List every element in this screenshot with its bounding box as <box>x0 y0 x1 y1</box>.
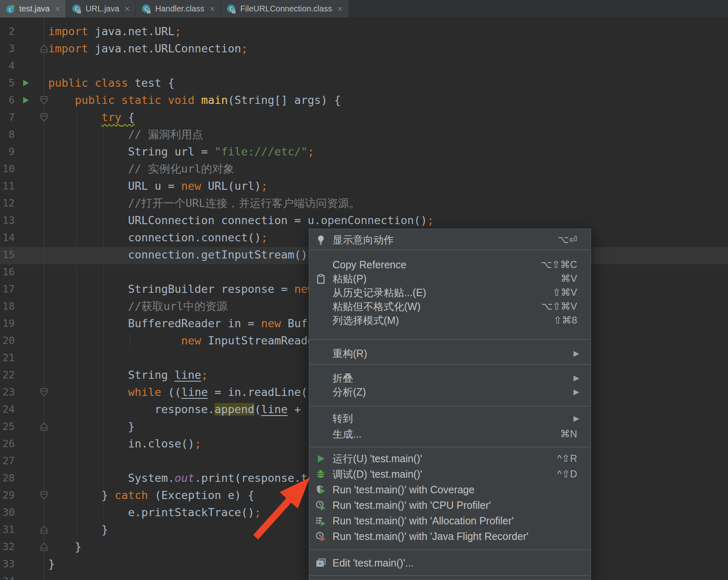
lightbulb-icon <box>314 233 327 246</box>
line-number: 21 <box>0 349 15 366</box>
code-text: // 漏洞利用点 <box>48 126 203 143</box>
menu-separator <box>310 549 590 550</box>
menu-item-run-alloc[interactable]: Run 'test.main()' with 'Allocation Profi… <box>309 513 591 528</box>
menu-item-run-jfr[interactable]: Run 'test.main()' with 'Java Flight Reco… <box>309 528 591 544</box>
menu-item-paste-history[interactable]: 从历史记录粘贴...(E)⇧⌘V <box>309 286 591 299</box>
line-number: 33 <box>0 555 15 573</box>
code-line-6[interactable]: 6 public static void main(String[] args)… <box>0 92 728 109</box>
tab-label: FileURLConnection.class <box>240 4 332 13</box>
menu-item-run-cpu[interactable]: Run 'test.main()' with 'CPU Profiler' <box>309 497 591 513</box>
code-text: BufferedReader in = new Buff <box>48 315 314 332</box>
fold-down-icon[interactable] <box>40 112 48 122</box>
code-text: try { <box>48 109 135 126</box>
allocation-profiler-icon <box>314 514 327 527</box>
tab-url-java[interactable]: CURL.java× <box>66 0 136 18</box>
code-line-4[interactable]: 4 <box>0 57 728 74</box>
submenu-arrow-icon: ▶ <box>573 387 579 396</box>
fold-down-icon[interactable] <box>40 490 48 500</box>
line-number: 5 <box>0 74 15 92</box>
menu-item-column-mode[interactable]: 列选择模式(M)⇧⌘8 <box>309 313 591 327</box>
fold-up-icon[interactable] <box>40 44 48 54</box>
code-line-9[interactable]: 9 String url = "file:///etc/"; <box>0 143 728 160</box>
tab-close-icon[interactable]: × <box>55 4 60 13</box>
line-number: 34 <box>0 573 15 580</box>
menu-item-label: 粘贴但不格式化(W) <box>333 300 420 313</box>
submenu-arrow-icon: ▶ <box>573 349 579 358</box>
line-number: 7 <box>0 109 15 126</box>
code-text: //打开一个URL连接，并运行客户端访问资源。 <box>48 195 360 212</box>
submenu-arrow-icon: ▶ <box>573 373 579 382</box>
tab-close-icon[interactable]: × <box>125 4 130 13</box>
coverage-icon <box>314 483 327 496</box>
code-line-8[interactable]: 8 // 漏洞利用点 <box>0 126 728 143</box>
code-text: new InputStreamReade <box>48 332 314 349</box>
tab-handler-class[interactable]: CHandler.class× <box>136 0 221 18</box>
code-line-5[interactable]: 5public class test { <box>0 74 728 92</box>
line-number: 14 <box>0 229 15 246</box>
fold-up-icon[interactable] <box>40 422 48 432</box>
line-number: 6 <box>0 92 15 109</box>
code-text: e.printStackTrace(); <box>48 504 261 521</box>
svg-text:C: C <box>9 7 12 13</box>
menu-separator <box>310 406 590 407</box>
code-text: String url = "file:///etc/"; <box>48 143 314 160</box>
code-text: while ((line = in.readLine() <box>48 384 314 401</box>
code-line-3[interactable]: 3import java.net.URLConnection; <box>0 40 728 57</box>
menu-item-label: 重构(R) <box>333 347 367 360</box>
code-line-13[interactable]: 13 URLConnection connection = u.openConn… <box>0 212 728 229</box>
fold-up-icon[interactable] <box>40 525 48 535</box>
menu-item-generate[interactable]: 生成...⌘N <box>309 427 591 441</box>
code-line-11[interactable]: 11 URL u = new URL(url); <box>0 178 728 195</box>
fold-down-icon[interactable] <box>40 95 48 105</box>
code-text: } <box>48 538 81 555</box>
flight-recorder-icon <box>314 530 327 543</box>
menu-item-copy-reference[interactable]: Copy Reference⌥⇧⌘C <box>309 258 591 272</box>
fold-down-icon[interactable] <box>40 387 48 397</box>
menu-item-goto[interactable]: 转到▶ <box>309 411 591 425</box>
menu-item-paste-simple[interactable]: 粘贴但不格式化(W)⌥⇧⌘V <box>309 299 591 313</box>
bug-icon <box>314 468 327 481</box>
menu-item-intention[interactable]: 显示意向动作⌥⏎ <box>309 230 591 250</box>
clipboard-icon <box>314 272 327 285</box>
menu-item-debug[interactable]: 调试(D) 'test.main()'^⇧D <box>309 466 591 482</box>
menu-item-label: 从历史记录粘贴...(E) <box>333 286 426 299</box>
line-number: 4 <box>0 57 15 74</box>
menu-item-run-coverage[interactable]: Run 'test.main()' with Coverage <box>309 482 591 497</box>
code-text: response.append(line + " <box>48 401 314 418</box>
tab-close-icon[interactable]: × <box>210 4 215 13</box>
menu-item-paste[interactable]: 粘贴(P)⌘V <box>309 272 591 286</box>
run-gutter-icon[interactable] <box>21 96 30 105</box>
editor-tab-bar: Ctest.java×CURL.java×CHandler.class×CFil… <box>0 0 728 18</box>
fold-up-icon[interactable] <box>40 542 48 552</box>
code-line-2[interactable]: 2import java.net.URL; <box>0 23 728 40</box>
run-gutter-icon[interactable] <box>21 79 30 88</box>
tab-label: URL.java <box>85 4 119 13</box>
menu-item-shortcut: ⌥⇧⌘V <box>541 301 577 312</box>
code-line-12[interactable]: 12 //打开一个URL连接，并运行客户端访问资源。 <box>0 195 728 212</box>
menu-item-label: Run 'test.main()' with 'Java Flight Reco… <box>333 531 528 542</box>
line-number: 28 <box>0 470 15 487</box>
menu-item-fold[interactable]: 折叠▶ <box>309 371 591 385</box>
cpu-profiler-icon <box>314 499 327 512</box>
menu-item-shortcut: ⇧⌘V <box>553 287 577 298</box>
tab-close-icon[interactable]: × <box>337 4 343 13</box>
code-line-7[interactable]: 7 try { <box>0 109 728 126</box>
menu-item-refactor[interactable]: 重构(R)▶ <box>309 346 591 360</box>
line-number: 15 <box>0 246 15 263</box>
tab-fileurlconnection-class[interactable]: CFileURLConnection.class× <box>221 0 348 18</box>
code-text: } <box>48 418 135 435</box>
menu-item-edit-config[interactable]: Edit 'test.main()'... <box>309 556 591 570</box>
tab-test-java[interactable]: Ctest.java× <box>0 0 66 18</box>
code-text: } catch (Exception e) { <box>48 487 254 504</box>
menu-item-label: 折叠 <box>333 371 353 385</box>
menu-item-run[interactable]: 运行(U) 'test.main()'^⇧R <box>309 451 591 466</box>
code-line-10[interactable]: 10 // 实例化url的对象 <box>0 160 728 178</box>
class-run-icon: C <box>6 4 16 14</box>
menu-item-shortcut: ^⇧D <box>557 468 577 480</box>
play-icon <box>314 452 327 465</box>
code-text: public class test { <box>48 74 175 92</box>
code-text: } <box>48 521 108 538</box>
class-lock-icon: C <box>227 4 236 14</box>
menu-item-analyze[interactable]: 分析(Z)▶ <box>309 385 591 399</box>
line-number: 16 <box>0 263 15 281</box>
